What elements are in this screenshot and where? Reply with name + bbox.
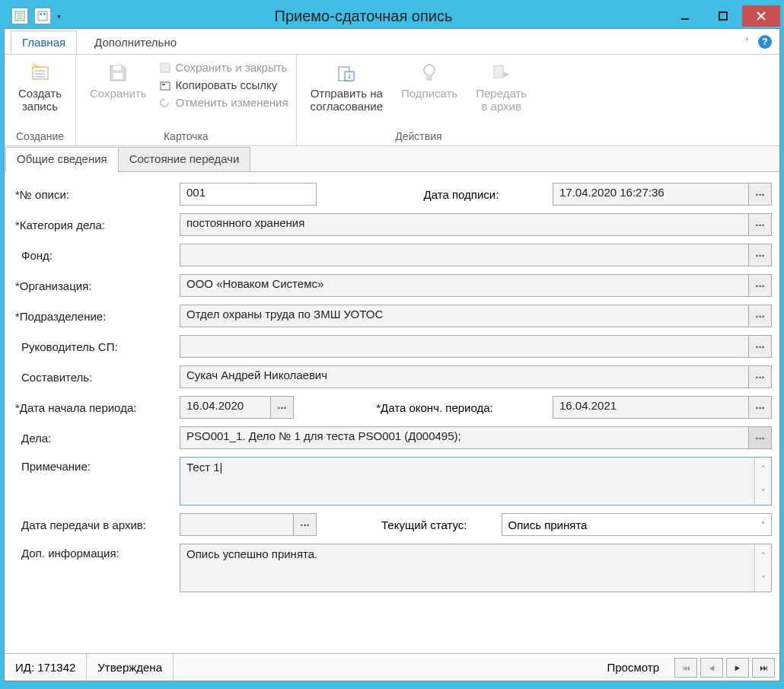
svg-rect-18 (162, 84, 165, 85)
input-number[interactable]: 001 (180, 183, 317, 206)
save-button[interactable]: Сохранить (84, 58, 153, 103)
select-current-status[interactable]: Опись принята ˅ (502, 513, 773, 536)
svg-rect-15 (113, 65, 121, 70)
nav-prev-button[interactable]: ◄ (700, 658, 723, 678)
nav-last-button[interactable]: ⏭ (752, 658, 775, 678)
collapse-ribbon-icon[interactable]: ˄ (745, 37, 749, 46)
window-frame: ▾ Приемо-сдаточная опись Главная Дополни… (0, 0, 784, 689)
input-period-start[interactable]: 16.04.2020 (180, 396, 271, 419)
btn-pick-dept[interactable]: ··· (749, 305, 772, 327)
undo-label: Отменить изменения (176, 96, 288, 109)
textarea-note[interactable]: Тест 1| (180, 458, 754, 505)
ribbon-group-create: Создать запись Создание (5, 55, 76, 145)
note-scrollbar[interactable]: ˄ ˅ (754, 458, 771, 505)
qat-button-1[interactable] (11, 8, 28, 24)
svg-rect-23 (426, 75, 432, 81)
nav-next-button[interactable]: ► (726, 658, 749, 678)
svg-rect-4 (38, 11, 47, 21)
input-period-end[interactable]: 16.04.2021 (553, 396, 749, 419)
textarea-note-wrap: Тест 1| ˄ ˅ (180, 457, 772, 506)
btn-pick-org[interactable]: ··· (749, 274, 772, 297)
label-archive-date: Дата передачи в архив: (12, 518, 180, 531)
ribbon-body: Создать запись Создание Сохранить Сохран… (5, 55, 779, 146)
btn-pick-category[interactable]: ··· (749, 213, 772, 236)
transfer-to-archive-button[interactable]: Передать в архив (470, 58, 533, 116)
save-label: Сохранить (90, 87, 147, 100)
label-cases: Дела: (12, 432, 180, 445)
tab-transfer-state[interactable]: Состояние передачи (118, 147, 251, 172)
svg-rect-24 (494, 65, 503, 78)
label-dept: *Подразделение: (12, 310, 180, 323)
window-controls (666, 5, 780, 27)
save-close-label: Сохранить и закрыть (176, 61, 288, 74)
textarea-extra[interactable]: Опись успешно принята. (180, 544, 754, 592)
btn-pick-fund[interactable]: ··· (749, 244, 772, 266)
copy-link-button[interactable]: Копировать ссылку (159, 78, 288, 91)
copy-link-icon (159, 79, 171, 91)
svg-rect-17 (161, 82, 170, 90)
input-author[interactable]: Сукач Андрей Николаевич (180, 365, 749, 388)
input-category[interactable]: постоянного хранения (180, 213, 749, 236)
current-status-value: Опись принята (508, 518, 588, 531)
svg-rect-11 (33, 67, 48, 79)
btn-pick-period-end[interactable]: ··· (749, 396, 772, 419)
svg-rect-6 (43, 13, 46, 15)
save-icon (106, 61, 130, 85)
transfer-label: Передать в архив (476, 87, 527, 113)
input-org[interactable]: ООО «Новаком Системс» (180, 274, 749, 297)
copy-link-label: Копировать ссылку (176, 78, 278, 91)
qat-button-2[interactable] (34, 8, 51, 24)
create-record-button[interactable]: Создать запись (12, 58, 68, 116)
send-for-approval-button[interactable]: 1 Отправить на согласование (304, 58, 389, 116)
ribbon-tab-main[interactable]: Главная (11, 30, 77, 54)
input-sign-date[interactable]: 17.04.2020 16:27:36 (553, 183, 749, 206)
extra-scrollbar[interactable]: ˄ ˅ (754, 544, 771, 592)
create-record-label: Создать запись (18, 87, 62, 113)
record-navigator: ⏮ ◄ ► ⏭ (670, 658, 779, 678)
label-current-status: Текущий статус: (317, 518, 502, 531)
btn-pick-head[interactable]: ··· (749, 335, 772, 358)
nav-first-button[interactable]: ⏮ (674, 658, 697, 678)
btn-pick-period-start[interactable]: ··· (271, 396, 294, 419)
scroll-down-icon[interactable]: ˅ (755, 481, 771, 505)
status-id: ИД: 171342 (5, 654, 87, 681)
ribbon-tab-additional[interactable]: Дополнительно (83, 30, 188, 54)
scroll-up-icon[interactable]: ˄ (755, 544, 771, 568)
minimize-button[interactable] (666, 5, 704, 27)
quick-access-toolbar: ▾ (4, 8, 61, 24)
btn-pick-cases[interactable]: ··· (749, 426, 772, 449)
maximize-button[interactable] (704, 5, 742, 27)
input-head[interactable] (180, 335, 749, 358)
label-org: *Организация: (12, 279, 180, 292)
input-dept[interactable]: Отдел охраны труда по ЗМШ УОТОС (180, 305, 749, 327)
label-head: Руководитель СП: (12, 340, 180, 353)
sign-icon (417, 61, 441, 85)
group-label-actions: Действия (304, 129, 534, 144)
label-sign-date: Дата подписи: (317, 188, 553, 201)
sign-button[interactable]: Подписать (395, 58, 464, 103)
input-cases[interactable]: PSO001_1. Дело № 1 для теста PSO001 (Д00… (180, 426, 749, 449)
send-approval-label: Отправить на согласование (311, 87, 383, 113)
save-close-icon (159, 62, 171, 74)
btn-pick-sign-date[interactable]: ··· (749, 183, 772, 206)
save-and-close-button[interactable]: Сохранить и закрыть (159, 61, 288, 74)
svg-rect-16 (113, 73, 123, 79)
tab-general[interactable]: Общие сведения (5, 147, 119, 172)
label-note: Примечание: (12, 457, 180, 473)
input-fund[interactable] (180, 244, 749, 266)
btn-pick-author[interactable]: ··· (749, 365, 772, 388)
status-mode: Просмотр (596, 654, 670, 681)
label-extra-info: Доп. информация: (12, 544, 180, 560)
input-archive-date[interactable] (180, 513, 294, 536)
btn-pick-archive-date[interactable]: ··· (294, 513, 317, 536)
window-title: Приемо-сдаточная опись (61, 8, 666, 25)
ribbon-group-actions: 1 Отправить на согласование Подписать Пе… (297, 55, 541, 145)
close-button[interactable] (742, 5, 780, 27)
label-period-end: *Дата оконч. периода: (317, 401, 553, 414)
help-icon[interactable]: ? (758, 35, 772, 49)
undo-icon (159, 97, 171, 109)
scroll-up-icon[interactable]: ˄ (755, 458, 771, 481)
chevron-down-icon: ˅ (761, 521, 765, 529)
scroll-down-icon[interactable]: ˅ (755, 568, 771, 592)
undo-changes-button[interactable]: Отменить изменения (159, 96, 288, 109)
